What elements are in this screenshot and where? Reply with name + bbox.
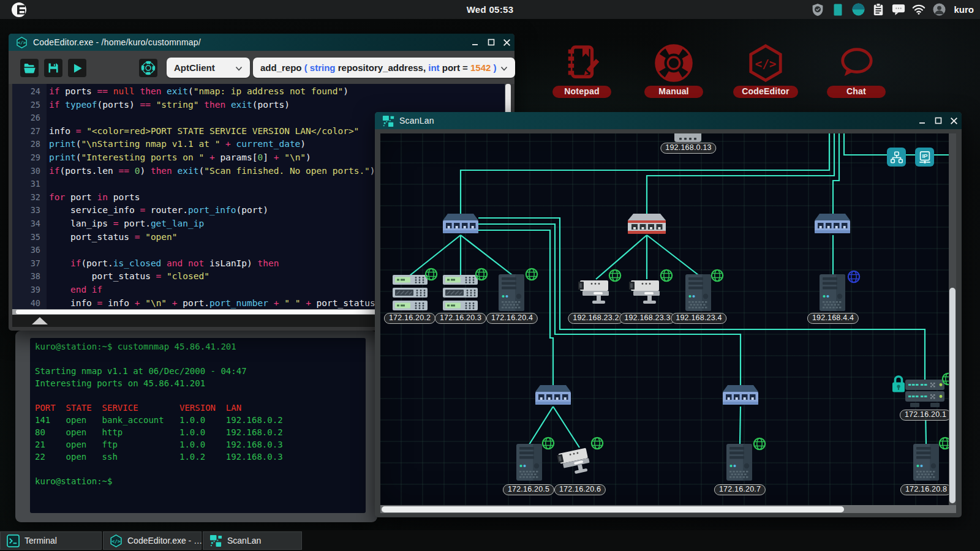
device-lock[interactable]: [892, 375, 905, 395]
terminal-line: 80 open http 1.0.0 192.168.0.2: [35, 427, 283, 437]
terminal-line: PORT STATE SERVICE VERSION LAN: [35, 403, 241, 413]
taskbar-item-terminal[interactable]: Terminal: [0, 531, 102, 550]
minimize-icon[interactable]: [470, 37, 480, 48]
save-button[interactable]: [44, 59, 62, 77]
device-tower[interactable]: [685, 274, 711, 313]
chevron-down-icon: [235, 62, 243, 73]
ip-label[interactable]: 172.16.20.3: [435, 313, 486, 324]
code-line-25: 25if typeof(ports) == "string" then exit…: [12, 99, 375, 112]
taskbar-item-scanlan[interactable]: ScanLan: [203, 531, 302, 550]
terminal-line: Starting nmap v1.1 at 06/Dec/2000 - 04:4…: [35, 366, 247, 376]
run-button[interactable]: [68, 59, 86, 77]
codeeditor-app-icon: </>: [729, 43, 802, 82]
signature-dropdown[interactable]: add_repo ( string repository_address, in…: [253, 58, 515, 78]
svg-text:</>: </>: [111, 538, 120, 544]
code-line-37: 37 if(port.is_closed and not isLanIp) th…: [12, 257, 375, 271]
terminal-line: kuro@station:~$ customnmap 45.86.41.201: [35, 342, 236, 351]
device-tower[interactable]: [820, 274, 845, 313]
ip-monitor-button[interactable]: IP: [915, 148, 934, 167]
ip-label[interactable]: 192.168.23.2: [568, 313, 624, 324]
globe-green-icon: [938, 437, 949, 452]
device-switch[interactable]: [535, 384, 571, 409]
wifi-icon[interactable]: [912, 3, 925, 17]
avatar-icon[interactable]: [932, 3, 946, 17]
ip-label[interactable]: 172.16.20.6: [554, 484, 606, 495]
terminal-line: 21 open ftp 1.0.0 192.168.0.3: [35, 440, 283, 449]
globe-green-icon: [525, 268, 538, 283]
ip-label[interactable]: 172.16.20.4: [486, 313, 538, 324]
taskbar-item-codeeditor-exe[interactable]: </>CodeEditor.exe - …: [103, 531, 202, 550]
ip-label[interactable]: 192.168.23.3: [619, 313, 675, 324]
device-rack[interactable]: [393, 275, 428, 313]
clipboard-icon[interactable]: [872, 3, 885, 17]
ip-label[interactable]: 192.168.23.4: [671, 313, 726, 324]
globe-green-icon: [753, 437, 766, 453]
device-switch[interactable]: [723, 384, 758, 409]
device-switch[interactable]: [443, 213, 478, 238]
globe-green-icon: [424, 268, 438, 283]
network-map[interactable]: 192.168.0.13172.16.20.2172.16.20.3172.16…: [380, 133, 949, 505]
device-tower[interactable]: [499, 274, 524, 313]
code-line-30: 30if(ports.len == 0) then exit("Scan fin…: [12, 165, 375, 178]
terminal-screen[interactable]: kuro@station:~$ customnmap 45.86.41.201 …: [30, 338, 366, 513]
scanlan-window: ScanLan 192.168.0.13172.16.20.2172.16.20…: [375, 112, 962, 517]
code-line-31: 31: [12, 178, 375, 191]
device-tower[interactable]: [516, 444, 542, 483]
desktop-icon-manual[interactable]: Manual: [637, 43, 710, 98]
scroll-up-arrow-icon[interactable]: [32, 317, 48, 324]
open-file-button[interactable]: [20, 59, 39, 77]
lan-tree-button[interactable]: [887, 148, 906, 167]
device-tower[interactable]: [913, 444, 939, 483]
ip-label[interactable]: 172.16.20.1: [900, 410, 949, 421]
taskbar-item-label: CodeEditor.exe - …: [127, 536, 202, 545]
globe-green-icon: [660, 269, 673, 285]
close-icon[interactable]: [949, 116, 959, 126]
code-line-26: 26: [12, 111, 375, 125]
code-line-40: 40 info = info + "\n" + port.port_number…: [12, 297, 375, 310]
ip-label[interactable]: 172.16.20.5: [503, 484, 554, 495]
ip-label[interactable]: 192.168.0.13: [660, 143, 716, 154]
globe-green-icon: [941, 372, 949, 388]
topbar: Wed 05:53 kuro: [0, 0, 980, 19]
code-line-34: 34 lan_ips = port.get_lan_ip: [12, 217, 375, 231]
desktop-icon-notepad[interactable]: Notepad: [545, 43, 619, 98]
device-rack[interactable]: [443, 275, 478, 313]
desktop-icon-label: Manual: [644, 86, 703, 98]
maximize-icon[interactable]: [486, 37, 496, 48]
teal-card-icon[interactable]: [831, 3, 845, 17]
device-switch[interactable]: [815, 213, 850, 238]
code-line-27: 27info = "<color=red>PORT STATE SERVICE …: [12, 125, 375, 138]
maximize-icon[interactable]: [933, 116, 943, 126]
scanlan-window-icon: [382, 115, 394, 127]
device-server2u[interactable]: [905, 380, 944, 413]
desktop-icon-codeeditor[interactable]: </>CodeEditor: [729, 43, 802, 98]
ip-label[interactable]: 172.16.20.8: [900, 484, 949, 495]
scanlan-horizontal-scrollbar[interactable]: [380, 505, 956, 513]
device-tower[interactable]: [726, 444, 752, 483]
code-line-36: 36: [12, 244, 375, 257]
scanlan-icon: [209, 534, 222, 547]
device-router[interactable]: [628, 212, 666, 238]
desktop: NotepadManual</>CodeEditorChat </> CodeE…: [0, 0, 980, 551]
scanlan-vertical-scrollbar[interactable]: [949, 133, 956, 505]
taskbar: Terminal</>CodeEditor.exe - …ScanLan: [0, 530, 980, 551]
disk-circle-icon[interactable]: [851, 3, 865, 17]
minimize-icon[interactable]: [917, 116, 927, 126]
ip-label[interactable]: 172.16.20.2: [384, 313, 435, 324]
code-line-28: 28print("\nStarting nmap v1.1 at " + cur…: [12, 138, 375, 151]
scanlan-titlebar[interactable]: ScanLan: [375, 112, 962, 129]
code-line-24: 24if ports == null then exit("nmap: ip a…: [12, 85, 375, 99]
close-icon[interactable]: [502, 37, 512, 48]
ip-label[interactable]: 192.168.4.4: [807, 313, 859, 324]
code-line-29: 29print("Interesting ports on " + params…: [12, 151, 375, 165]
desktop-icon-chat[interactable]: Chat: [820, 43, 893, 98]
manual-app-icon: [637, 43, 710, 82]
api-manual-button[interactable]: [139, 59, 157, 77]
codeeditor-titlebar[interactable]: </> CodeEditor.exe - /home/kuro/customnm…: [9, 34, 514, 51]
library-dropdown[interactable]: AptClient: [167, 58, 250, 78]
codeeditor-title: CodeEditor.exe - /home/kuro/customnmap/: [33, 37, 201, 47]
library-dropdown-value: AptClient: [174, 62, 215, 73]
ip-label[interactable]: 172.16.20.7: [714, 484, 766, 495]
shield-icon[interactable]: [811, 3, 824, 17]
chat-bubble-icon[interactable]: [892, 3, 905, 17]
